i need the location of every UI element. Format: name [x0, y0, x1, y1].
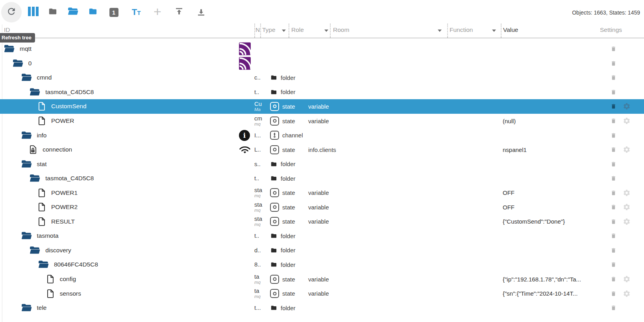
object-settings-gear-icon[interactable] [623, 218, 631, 226]
text-format-button[interactable]: TT [126, 2, 146, 22]
room-filter-dropdown-icon[interactable] [438, 30, 442, 32]
tree-row-cmnd[interactable]: cmndc..folder [0, 70, 644, 85]
tree-row-info[interactable]: infoiI...channel [0, 128, 644, 142]
row-role: variable [308, 185, 329, 200]
open-folder-icon [4, 44, 15, 53]
row-type-cell: state [270, 185, 295, 200]
tree-indent [0, 178, 30, 179]
object-settings-gear-icon[interactable] [623, 102, 631, 110]
show-folders-button[interactable] [83, 2, 103, 22]
row-id-cell: POWER1 [0, 185, 78, 200]
column-divider[interactable] [289, 24, 289, 38]
row-name-text: t.. [254, 233, 270, 239]
tree-row-RESULT[interactable]: RESULTstamqstatevariable{"CustomSend":"D… [0, 215, 644, 229]
object-settings-gear-icon[interactable] [623, 117, 631, 125]
row-name-text: cm [254, 115, 270, 122]
column-header-name: N [255, 26, 260, 33]
column-divider[interactable] [447, 24, 448, 38]
add-object-button[interactable]: + [147, 2, 168, 22]
row-name-subtext: mq [254, 294, 270, 299]
tree-row-connection[interactable]: connectionL..stateinfo.clientsnspanel1 [0, 142, 644, 157]
column-header-value: Value [503, 26, 518, 33]
tree-row-mqtt[interactable]: mqtt [0, 42, 644, 56]
row-value[interactable]: OFF [503, 200, 514, 215]
row-role: variable [308, 272, 329, 287]
delete-object-icon[interactable] [611, 175, 616, 182]
show-values-button[interactable]: 1 [104, 2, 124, 22]
tree-row-POWER2[interactable]: POWER2stamqstatevariableOFF [0, 200, 644, 215]
row-type-label: folder [281, 305, 296, 311]
tree-row-config[interactable]: configtamqstatevariable{"ip":"192.168.1.… [0, 272, 644, 287]
objects-browser: 1 TT + Objects: 1663, States: 1459 ID N … [0, 0, 644, 322]
row-role: info.clients [308, 142, 336, 157]
object-settings-gear-icon[interactable] [623, 146, 631, 154]
refresh-tooltip: Refresh tree [0, 33, 35, 43]
row-value[interactable]: (null) [503, 114, 516, 128]
tree-row-stat[interactable]: stats..folder [0, 157, 644, 171]
open-folder-icon [13, 59, 24, 68]
row-value[interactable]: {"CustomSend":"Done"} [503, 215, 565, 229]
tree-row-tasmota_C4D5C8[interactable]: tasmota_C4D5C8t..folder [0, 171, 644, 186]
row-value[interactable]: nspanel1 [503, 142, 527, 157]
role-filter-dropdown-icon[interactable] [324, 30, 328, 32]
object-settings-gear-icon[interactable] [623, 189, 631, 197]
column-divider[interactable] [501, 24, 502, 38]
view-columns-button[interactable] [23, 2, 43, 22]
delete-object-icon[interactable] [611, 103, 616, 110]
tree-row-sensors[interactable]: sensorstamqstatevariable{"sn":{"Time":"2… [0, 286, 644, 301]
delete-object-icon[interactable] [611, 89, 616, 95]
delete-object-icon[interactable] [611, 132, 616, 139]
tree-row-80646FC4D5C8[interactable]: 80646FC4D5C88..folder [0, 257, 644, 272]
tree-row-0[interactable]: 0 [0, 56, 644, 71]
function-filter-dropdown-icon[interactable] [492, 30, 496, 32]
upload-icon [174, 7, 184, 18]
export-button[interactable] [191, 2, 211, 22]
tree-row-discovery[interactable]: discoveryd..folder [0, 243, 644, 258]
import-button[interactable] [169, 2, 189, 22]
object-id-label: POWER1 [51, 189, 78, 196]
tree-row-tele[interactable]: telet...folder [0, 301, 644, 315]
object-settings-gear-icon[interactable] [623, 275, 631, 283]
state-type-icon [270, 203, 279, 212]
delete-object-icon[interactable] [611, 305, 616, 311]
delete-object-icon[interactable] [611, 46, 616, 52]
delete-object-icon[interactable] [611, 146, 616, 153]
object-settings-gear-icon[interactable] [623, 290, 631, 298]
row-value[interactable]: {"sn":{"Time":"2024-10-14T... [503, 286, 577, 301]
delete-object-icon[interactable] [611, 218, 616, 225]
column-divider[interactable] [260, 24, 261, 38]
delete-object-icon[interactable] [611, 233, 616, 239]
row-type-label: channel [282, 132, 303, 139]
object-settings-gear-icon[interactable] [623, 203, 631, 211]
tree-row-tasmota_C4D5C8[interactable]: tasmota_C4D5C8t..folder [0, 85, 644, 100]
column-divider[interactable] [330, 24, 331, 38]
delete-object-icon[interactable] [611, 60, 616, 67]
columns-icon [28, 7, 39, 18]
row-name-subtext: mq [254, 122, 270, 127]
refresh-tree-button[interactable] [1, 2, 22, 22]
tree-row-POWER[interactable]: POWERcmmqstatevariable(null) [0, 114, 644, 128]
delete-object-icon[interactable] [611, 261, 616, 268]
delete-object-icon[interactable] [611, 161, 616, 167]
row-value[interactable]: OFF [503, 185, 514, 200]
collapse-all-button[interactable] [43, 2, 63, 22]
expand-all-button[interactable] [63, 2, 83, 22]
delete-object-icon[interactable] [611, 118, 616, 124]
row-type-label: state [282, 218, 295, 225]
column-divider[interactable] [254, 24, 255, 38]
delete-object-icon[interactable] [611, 290, 616, 297]
channel-type-icon [270, 131, 279, 140]
delete-object-icon[interactable] [611, 74, 616, 81]
row-name-subtext: mq [254, 193, 270, 198]
tree-row-tasmota[interactable]: tasmotat..folder [0, 229, 644, 243]
delete-object-icon[interactable] [611, 189, 616, 196]
row-type-label: folder [281, 74, 296, 81]
delete-object-icon[interactable] [611, 276, 616, 283]
row-value[interactable]: {"ip":"192.168.1.78","dn":"Ta... [503, 272, 581, 287]
tree-row-POWER1[interactable]: POWER1stamqstatevariableOFF [0, 185, 644, 200]
tree-row-CustomSend[interactable]: CustomSendCuMastatevariable [0, 99, 644, 114]
delete-object-icon[interactable] [611, 247, 616, 254]
delete-object-icon[interactable] [611, 204, 616, 211]
mqtt-icon [239, 57, 251, 70]
type-filter-dropdown-icon[interactable] [282, 30, 286, 32]
